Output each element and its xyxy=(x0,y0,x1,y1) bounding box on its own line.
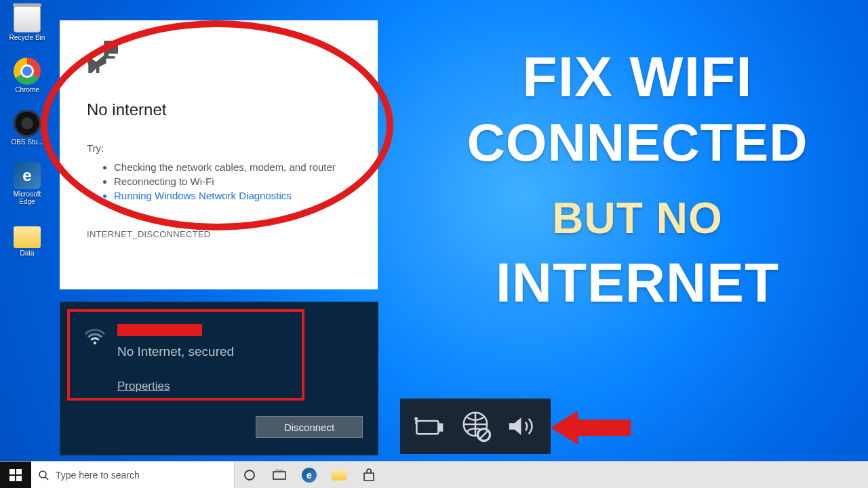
desktop-icon-chrome[interactable]: Chrome xyxy=(7,58,47,94)
svg-rect-10 xyxy=(16,476,22,481)
globe-no-internet-icon xyxy=(458,409,492,443)
svg-point-11 xyxy=(39,471,46,478)
start-button[interactable] xyxy=(0,462,31,489)
diagnostics-link[interactable]: Running Windows Network Diagnostics xyxy=(114,190,336,201)
suggestion-item: Reconnecting to Wi-Fi xyxy=(114,176,336,187)
svg-rect-2 xyxy=(439,424,442,431)
windows-icon xyxy=(9,469,22,481)
folder-icon xyxy=(14,226,41,248)
search-placeholder: Type here to search xyxy=(56,470,140,481)
tray-icons-detail xyxy=(400,399,551,454)
cortana-button[interactable] xyxy=(235,462,264,489)
error-code: INTERNET_DISCONNECTED xyxy=(87,229,211,239)
desktop-label: Chrome xyxy=(7,86,47,94)
desktop-icon-obs[interactable]: OBS Stu... xyxy=(7,110,47,146)
svg-rect-9 xyxy=(9,476,15,481)
svg-rect-13 xyxy=(273,472,285,479)
svg-rect-8 xyxy=(16,469,22,474)
wifi-flyout-panel: No Internet, secured Properties Disconne… xyxy=(60,302,378,455)
desktop-label: Microsoft Edge xyxy=(7,190,47,205)
desktop-label: Data xyxy=(7,249,47,257)
svg-point-0 xyxy=(94,342,97,345)
obs-icon xyxy=(14,110,41,137)
desktop-label: OBS Stu... xyxy=(7,138,47,146)
recycle-bin-icon xyxy=(14,5,41,33)
folder-icon xyxy=(332,470,347,481)
taskbar: Type here to search e xyxy=(0,461,868,488)
edge-icon: e xyxy=(14,162,41,189)
cortana-icon xyxy=(243,469,256,481)
error-title: No internet xyxy=(87,100,166,119)
desktop-label: Recycle Bin xyxy=(7,34,47,41)
chrome-icon xyxy=(14,58,41,85)
search-box[interactable]: Type here to search xyxy=(31,462,235,489)
highlight-box: No Internet, secured Properties xyxy=(67,309,304,401)
try-label: Try: xyxy=(87,142,104,154)
headline-line4: INTERNET xyxy=(434,251,841,314)
task-view-button[interactable] xyxy=(264,462,294,489)
headline-line2: CONNECTED xyxy=(434,112,841,174)
svg-point-12 xyxy=(245,470,254,480)
ssid-redacted xyxy=(117,324,202,336)
battery-icon xyxy=(412,413,445,439)
properties-link[interactable]: Properties xyxy=(117,380,170,393)
taskbar-explorer[interactable] xyxy=(324,462,354,489)
desktop-icon-edge[interactable]: e Microsoft Edge xyxy=(7,162,47,205)
search-icon xyxy=(38,470,49,481)
disconnect-button[interactable]: Disconnect xyxy=(256,416,363,438)
svg-rect-1 xyxy=(416,421,438,434)
dino-icon xyxy=(87,41,118,73)
chrome-error-panel: No internet Try: Checking the network ca… xyxy=(60,20,378,289)
svg-marker-6 xyxy=(551,411,631,445)
store-icon xyxy=(362,468,376,482)
desktop-icon-folder[interactable]: Data xyxy=(7,222,47,257)
headline-line3: BUT NO xyxy=(434,193,841,243)
headline-line1: FIX WIFI xyxy=(434,44,841,110)
wifi-icon xyxy=(83,327,106,346)
edge-icon: e xyxy=(302,468,317,483)
desktop-icon-recycle-bin[interactable]: Recycle Bin xyxy=(7,5,47,41)
volume-icon xyxy=(506,413,538,440)
suggestion-list: Checking the network cables, modem, and … xyxy=(114,161,336,204)
wifi-status: No Internet, secured xyxy=(117,344,234,359)
task-view-icon xyxy=(273,470,286,481)
svg-rect-7 xyxy=(9,469,15,474)
taskbar-store[interactable] xyxy=(354,462,384,489)
suggestion-item: Checking the network cables, modem, and … xyxy=(114,161,336,173)
arrow-annotation xyxy=(551,407,632,448)
taskbar-edge[interactable]: e xyxy=(294,462,324,489)
